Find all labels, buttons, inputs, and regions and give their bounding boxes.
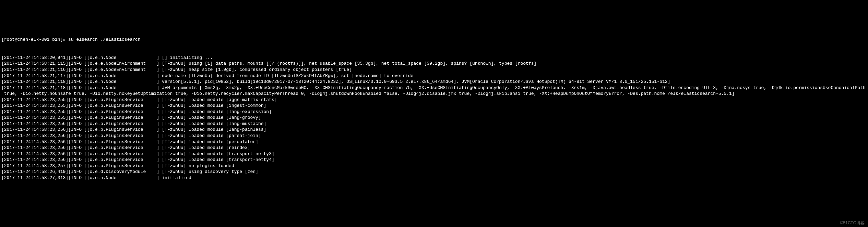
log-line: [2017-11-24T14:58:23,256][INFO ][o.e.p.P…: [1, 145, 867, 151]
log-line: [2017-11-24T14:58:23,256][INFO ][o.e.p.P…: [1, 139, 867, 145]
log-line: [2017-11-24T14:58:26,419][INFO ][o.e.d.D…: [1, 169, 867, 175]
terminal-output[interactable]: [root@chen-elk-001 bin]# su elsearch ./e…: [1, 25, 867, 187]
watermark-text: ©51CTO博客: [840, 220, 865, 226]
log-line: [2017-11-24T14:58:23,255][INFO ][o.e.p.P…: [1, 115, 867, 121]
log-line: [2017-11-24T14:58:21,117][INFO ][o.e.n.N…: [1, 73, 867, 79]
log-line: [2017-11-24T14:58:20,941][INFO ][o.e.n.N…: [1, 55, 867, 61]
log-line: [2017-11-24T14:58:23,256][INFO ][o.e.p.P…: [1, 121, 867, 127]
log-line: [2017-11-24T14:58:21,118][INFO ][o.e.n.N…: [1, 79, 867, 85]
log-line: [2017-11-24T14:58:21,116][INFO ][o.e.e.N…: [1, 67, 867, 73]
log-line: [2017-11-24T14:58:23,255][INFO ][o.e.p.P…: [1, 103, 867, 109]
log-line: [2017-11-24T14:58:23,255][INFO ][o.e.p.P…: [1, 97, 867, 103]
log-line: [2017-11-24T14:58:23,256][INFO ][o.e.p.P…: [1, 133, 867, 139]
log-line: [2017-11-24T14:58:27,313][INFO ][o.e.n.N…: [1, 175, 867, 181]
log-line: [2017-11-24T14:58:23,256][INFO ][o.e.p.P…: [1, 127, 867, 133]
shell-prompt-line: [root@chen-elk-001 bin]# su elsearch ./e…: [1, 37, 867, 43]
log-line: [2017-11-24T14:58:21,115][INFO ][o.e.e.N…: [1, 61, 867, 67]
log-line: [2017-11-24T14:58:23,256][INFO ][o.e.p.P…: [1, 151, 867, 157]
log-line: [2017-11-24T14:58:21,118][INFO ][o.e.n.N…: [1, 85, 867, 97]
log-lines-container: [2017-11-24T14:58:20,941][INFO ][o.e.n.N…: [1, 55, 867, 181]
log-line: [2017-11-24T14:58:23,255][INFO ][o.e.p.P…: [1, 109, 867, 115]
log-line: [2017-11-24T14:58:23,257][INFO ][o.e.p.P…: [1, 163, 867, 169]
log-line: [2017-11-24T14:58:23,256][INFO ][o.e.p.P…: [1, 157, 867, 163]
